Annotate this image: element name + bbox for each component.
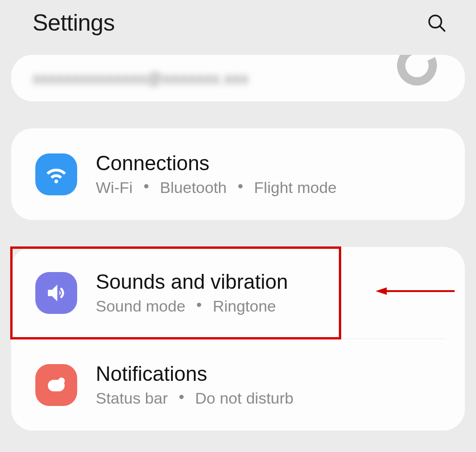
connections-text: Connections Wi-Fi • Bluetooth • Flight m… xyxy=(96,152,443,197)
sounds-text: Sounds and vibration Sound mode • Ringto… xyxy=(96,270,443,315)
loading-spinner-icon xyxy=(391,55,443,91)
wifi-icon xyxy=(35,153,77,195)
sounds-row[interactable]: Sounds and vibration Sound mode • Ringto… xyxy=(11,247,465,339)
notifications-subtitle: Status bar • Do not disturb xyxy=(96,389,443,407)
connections-row[interactable]: Connections Wi-Fi • Bluetooth • Flight m… xyxy=(11,128,465,220)
search-button[interactable] xyxy=(425,11,448,34)
svg-point-3 xyxy=(58,377,65,384)
svg-line-1 xyxy=(440,26,444,31)
sounds-subtitle: Sound mode • Ringtone xyxy=(96,297,443,315)
search-icon xyxy=(427,13,446,33)
header: Settings xyxy=(0,0,476,55)
notifications-text: Notifications Status bar • Do not distur… xyxy=(96,362,443,407)
connections-subtitle: Wi-Fi • Bluetooth • Flight mode xyxy=(96,179,443,197)
speaker-icon xyxy=(35,272,77,314)
notification-icon xyxy=(35,364,77,406)
notifications-title: Notifications xyxy=(96,362,443,386)
sound-notif-card: Sounds and vibration Sound mode • Ringto… xyxy=(11,247,465,431)
connections-card: Connections Wi-Fi • Bluetooth • Flight m… xyxy=(11,128,465,220)
account-card[interactable]: xxxxxxxxxxxxxx@xxxxxxx.xxx xyxy=(11,55,465,101)
account-email: xxxxxxxxxxxxxx@xxxxxxx.xxx xyxy=(33,69,249,87)
sounds-title: Sounds and vibration xyxy=(96,270,443,293)
notifications-row[interactable]: Notifications Status bar • Do not distur… xyxy=(11,339,465,431)
connections-title: Connections xyxy=(96,152,443,175)
page-title: Settings xyxy=(33,9,115,36)
